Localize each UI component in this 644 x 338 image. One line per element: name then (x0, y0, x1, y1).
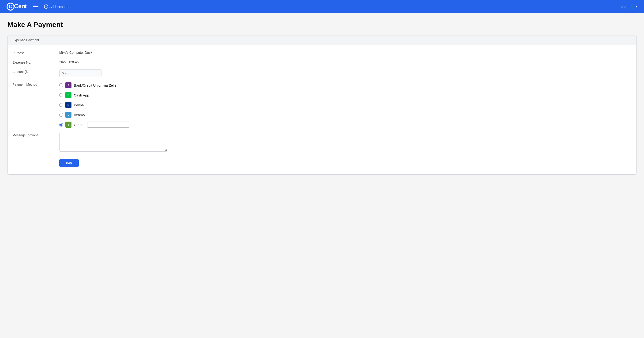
radio-zelle[interactable] (59, 83, 63, 87)
pay-button[interactable]: Pay (59, 159, 79, 167)
venmo-icon: V (66, 112, 72, 118)
payment-method-label: Payment Method (12, 82, 59, 86)
pay-spacer (12, 157, 59, 157)
logo-c-icon: C (6, 3, 14, 11)
other-text-input[interactable] (87, 122, 129, 128)
paypal-icon: P (66, 102, 72, 108)
expense-no-value: 20220128-46 (59, 60, 79, 64)
plus-circle-icon: + (44, 5, 48, 9)
cashapp-label: Cash App (74, 93, 89, 97)
user-name: John (621, 5, 628, 9)
app-logo: CCent (6, 3, 28, 11)
payment-option-cashapp[interactable]: S Cash App (59, 92, 129, 98)
expense-no-label: Expense No. (12, 60, 59, 64)
amount-row: Amount ($) (12, 70, 632, 77)
message-row: Message (optional) (12, 133, 632, 152)
card-header: Expense Payment (8, 36, 636, 45)
payment-options: Z Bank/Credit Union via Zelle S Cash App… (59, 82, 129, 128)
message-textarea[interactable] (59, 133, 167, 152)
payment-option-other[interactable]: $ Other - (59, 122, 129, 128)
expense-no-row: Expense No. 20220128-46 (12, 60, 632, 64)
zelle-icon: Z (66, 82, 72, 88)
page-content: Make A Payment Expense Payment Purpose M… (0, 13, 644, 182)
other-label: Other - (74, 123, 85, 127)
payment-method-row: Payment Method Z Bank/Credit Union via Z… (12, 82, 632, 128)
radio-cashapp[interactable] (59, 93, 63, 97)
purpose-value: Mike's Computer Desk (59, 51, 92, 55)
message-label: Message (optional) (12, 133, 59, 137)
amount-input[interactable] (59, 70, 102, 77)
payment-option-paypal[interactable]: P Paypal (59, 102, 129, 108)
payment-option-venmo[interactable]: V Venmo (59, 112, 129, 118)
radio-other[interactable] (59, 123, 63, 126)
cashapp-icon: S (66, 92, 72, 98)
purpose-label: Purpose (12, 51, 59, 55)
pay-row: Pay (12, 157, 632, 167)
user-menu[interactable]: John 👤 ▾ (621, 5, 638, 9)
purpose-row: Purpose Mike's Computer Desk (12, 51, 632, 55)
menu-icon[interactable] (33, 5, 38, 8)
amount-label: Amount ($) (12, 70, 59, 74)
radio-venmo[interactable] (59, 113, 63, 117)
page-title: Make A Payment (8, 21, 636, 29)
chevron-down-icon: ▾ (636, 5, 638, 8)
radio-paypal[interactable] (59, 103, 63, 107)
payment-option-zelle[interactable]: Z Bank/Credit Union via Zelle (59, 82, 129, 88)
other-icon: $ (66, 122, 72, 128)
venmo-label: Venmo (74, 113, 85, 117)
add-expense-button[interactable]: + Add Expense (44, 5, 70, 9)
paypal-label: Paypal (74, 103, 84, 107)
zelle-label: Bank/Credit Union via Zelle (74, 83, 116, 87)
navbar: CCent + Add Expense John 👤 ▾ (0, 0, 644, 13)
expense-payment-card: Expense Payment Purpose Mike's Computer … (8, 35, 636, 175)
user-icon: 👤 (630, 5, 635, 9)
card-body: Purpose Mike's Computer Desk Expense No.… (8, 45, 636, 175)
